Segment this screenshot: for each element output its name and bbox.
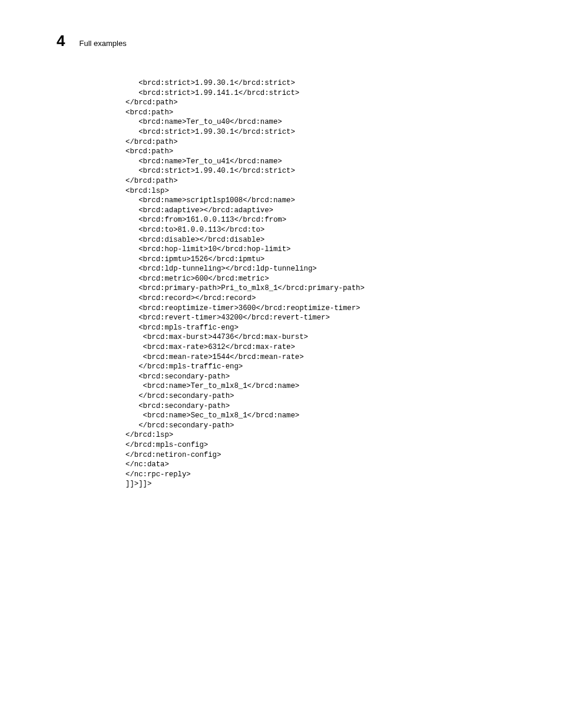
chapter-number: 4 [57,32,65,50]
document-page: 4 Full examples <brcd:strict>1.99.30.1</… [0,0,562,489]
chapter-title: Full examples [79,39,126,48]
code-listing: <brcd:strict>1.99.30.1</brcd:strict> <br… [0,78,562,489]
page-header: 4 Full examples [0,32,562,50]
